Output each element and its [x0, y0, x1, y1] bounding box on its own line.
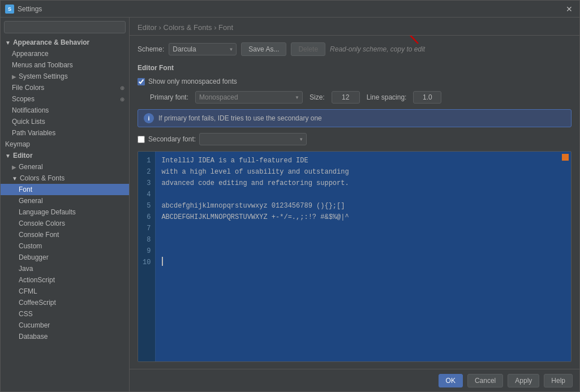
breadcrumb-part1: Editor	[138, 23, 157, 32]
breadcrumb: Editor › Colors & Fonts › Font	[130, 18, 579, 36]
sidebar-item-css[interactable]: CSS	[1, 308, 129, 320]
sidebar-item-cucumber[interactable]: Cucumber	[1, 320, 129, 331]
sidebar-item-appearance-behavior[interactable]: ▼ Appearance & Behavior	[1, 37, 129, 48]
sidebar-item-quick-lists[interactable]: Quick Lists	[1, 116, 129, 127]
preview-code: IntelliJ IDEA is a full-featured IDE wit…	[156, 152, 571, 361]
expand-arrow: ▼	[5, 40, 11, 46]
sidebar-item-system-settings[interactable]: ▶ System Settings	[1, 71, 129, 82]
title-bar: S Settings ✕	[1, 1, 579, 18]
expand-arrow: ▼	[12, 175, 18, 182]
sidebar-item-keymap[interactable]: Keymap	[1, 139, 129, 150]
sidebar-item-general[interactable]: ▶ General	[1, 161, 129, 173]
line-numbers: 1 2 3 4 5 6 7 8 9 10	[138, 152, 156, 361]
sidebar-item-file-colors[interactable]: File Colors ⊕	[1, 82, 129, 93]
sidebar-item-font[interactable]: Font	[1, 184, 129, 195]
secondary-font-row: Secondary font:	[138, 133, 572, 145]
sidebar-item-console-colors[interactable]: Console Colors	[1, 218, 129, 229]
show-monospaced-checkbox[interactable]	[138, 78, 145, 85]
line-spacing-label: Line spacing:	[367, 93, 407, 101]
sidebar-item-notifications[interactable]: Notifications	[1, 105, 129, 116]
scheme-label: Scheme:	[138, 45, 164, 53]
window-title: Settings	[18, 5, 42, 13]
sidebar-item-appearance[interactable]: Appearance	[1, 48, 129, 59]
sidebar-item-colors-fonts[interactable]: ▼ Colors & Fonts	[1, 173, 129, 184]
info-row: i If primary font fails, IDE tries to us…	[138, 109, 572, 127]
scheme-row: Scheme: Darcula Default Save As... Delet…	[138, 42, 572, 56]
sidebar-item-coffeescript[interactable]: CoffeeScript	[1, 297, 129, 308]
sidebar-item-custom[interactable]: Custom	[1, 240, 129, 252]
show-monospaced-label[interactable]: Show only monospaced fonts	[148, 77, 237, 85]
info-message: If primary font fails, IDE tries to use …	[158, 114, 322, 122]
sidebar-item-java[interactable]: Java	[1, 263, 129, 274]
primary-font-select[interactable]: Monospaced	[195, 91, 303, 104]
ok-button[interactable]: OK	[439, 374, 463, 387]
breadcrumb-part2: Colors & Fonts	[164, 23, 212, 32]
line-spacing-input[interactable]	[413, 91, 441, 104]
sidebar-item-cfml[interactable]: CFML	[1, 286, 129, 297]
close-button[interactable]: ✕	[564, 3, 575, 15]
breadcrumb-part3: Font	[218, 23, 233, 32]
primary-font-row: Primary font: Monospaced Size: Line spac…	[138, 91, 572, 104]
right-panel: Editor › Colors & Fonts › Font Scheme: D…	[130, 18, 579, 391]
secondary-font-label[interactable]: Secondary font:	[148, 135, 196, 143]
orange-indicator	[562, 154, 569, 161]
sidebar-item-database[interactable]: Database	[1, 331, 129, 342]
sidebar-item-scopes[interactable]: Scopes ⊕	[1, 93, 129, 105]
expand-arrow: ▶	[12, 164, 16, 170]
sidebar-item-path-variables[interactable]: Path Variables	[1, 127, 129, 139]
sidebar-item-general2[interactable]: General	[1, 195, 129, 206]
readonly-hint: Read-only scheme, copy to edit	[330, 45, 425, 53]
sidebar-item-language-defaults[interactable]: Language Defaults	[1, 206, 129, 218]
save-as-button[interactable]: Save As...	[241, 42, 286, 56]
expand-arrow: ▼	[5, 153, 11, 159]
size-input[interactable]	[332, 91, 360, 104]
sidebar-item-debugger[interactable]: Debugger	[1, 252, 129, 263]
apply-button[interactable]: Apply	[508, 374, 539, 387]
panel-body: Scheme: Darcula Default Save As... Delet…	[130, 36, 579, 369]
breadcrumb-sep2: ›	[214, 23, 218, 32]
add-icon: ⊕	[120, 96, 124, 102]
sidebar: ▼ Appearance & Behavior Appearance Menus…	[1, 18, 130, 391]
preview-area: 1 2 3 4 5 6 7 8 9 10 IntelliJ IDEA is a …	[138, 151, 572, 362]
app-icon: S	[5, 5, 14, 14]
bottom-bar: OK Cancel Apply Help	[130, 369, 579, 391]
scheme-select[interactable]: Darcula Default	[169, 43, 237, 55]
cancel-button[interactable]: Cancel	[467, 374, 503, 387]
secondary-font-select[interactable]	[199, 133, 307, 145]
secondary-font-select-wrapper	[199, 133, 307, 145]
sidebar-item-menus-toolbars[interactable]: Menus and Toolbars	[1, 59, 129, 71]
secondary-font-checkbox[interactable]	[138, 136, 145, 143]
expand-arrow: ▶	[12, 74, 16, 80]
delete-button[interactable]: Delete	[291, 42, 325, 56]
add-icon: ⊕	[120, 85, 124, 91]
sidebar-item-editor[interactable]: ▼ Editor	[1, 150, 129, 161]
scheme-select-wrapper: Darcula Default	[169, 43, 237, 55]
sidebar-item-console-font[interactable]: Console Font	[1, 229, 129, 240]
svg-line-1	[393, 36, 418, 44]
primary-font-select-wrapper: Monospaced	[195, 91, 303, 104]
search-input[interactable]	[4, 21, 126, 33]
editor-font-label: Editor Font	[138, 64, 572, 72]
help-button[interactable]: Help	[544, 374, 573, 387]
primary-font-label: Primary font:	[138, 93, 188, 101]
info-icon: i	[144, 113, 154, 123]
size-label: Size:	[310, 93, 325, 101]
show-monospaced-row: Show only monospaced fonts	[138, 77, 572, 85]
sidebar-item-actionscript[interactable]: ActionScript	[1, 274, 129, 286]
breadcrumb-sep1: ›	[159, 23, 164, 32]
